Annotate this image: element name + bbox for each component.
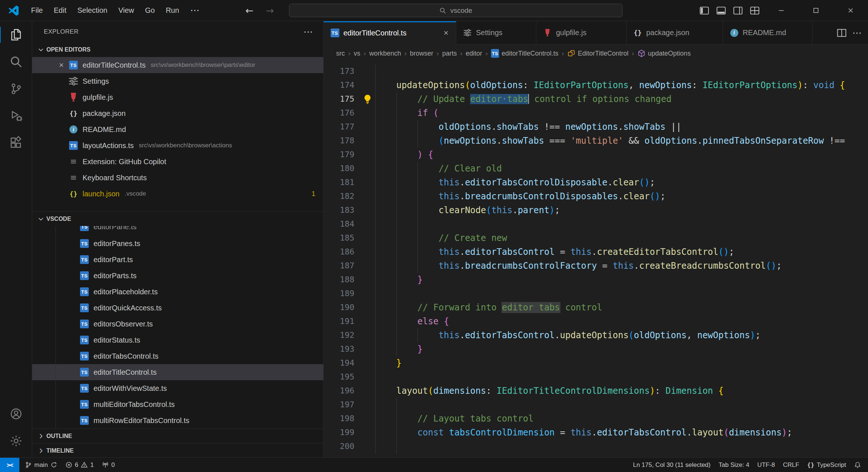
breadcrumb-item[interactable]: workbench xyxy=(369,50,401,57)
code-line[interactable]: 182this.breadcrumbsControlDisposables.cl… xyxy=(324,189,868,203)
open-editor-item[interactable]: iREADME.md xyxy=(32,121,323,137)
code-line[interactable]: 190// Forward into editor tabs control xyxy=(324,301,868,314)
breadcrumb-item[interactable]: editor xyxy=(466,50,482,57)
minimize-button[interactable] xyxy=(764,0,799,21)
code-line[interactable]: 176if ( xyxy=(324,106,868,120)
tab-settings[interactable]: Settings xyxy=(456,21,536,44)
tree-item[interactable]: TSeditorPanes.ts xyxy=(32,235,323,252)
tree-item[interactable]: TSmultiRowEditorTabsControl.ts xyxy=(32,412,323,428)
tree-item[interactable]: TSeditorPart.ts xyxy=(32,252,323,268)
breadcrumb-item[interactable]: parts xyxy=(442,50,457,57)
breadcrumb-item[interactable]: TSeditorTitleControl.ts xyxy=(491,49,558,57)
open-editor-item[interactable]: Settings xyxy=(32,73,323,89)
menu-edit[interactable]: Edit xyxy=(48,6,72,15)
code-line[interactable]: 195 xyxy=(324,370,868,384)
explorer-more-actions-icon[interactable]: ⋯ xyxy=(303,26,314,37)
open-editor-item[interactable]: TSlayoutActions.tssrc\vs\workbench\brows… xyxy=(32,137,323,154)
breadcrumb-item[interactable]: EditorTitleControl xyxy=(567,49,628,57)
activity-accounts[interactable] xyxy=(0,400,32,427)
section-vscode[interactable]: VSCODE xyxy=(32,211,323,226)
code-line[interactable]: 199const tabsControlDimension = this.edi… xyxy=(324,426,868,439)
tree-item[interactable]: TSeditorPane.ts xyxy=(32,226,323,235)
code-line[interactable]: 198// Layout tabs control xyxy=(324,412,868,426)
close-editor-button[interactable] xyxy=(55,58,68,72)
tab-editortitlecontrol-ts[interactable]: TSeditorTitleControl.ts xyxy=(324,21,456,45)
code-line[interactable]: 186this.editorTabsControl = this.createE… xyxy=(324,245,868,259)
code-line[interactable]: 187this.breadcrumbsControlFactory = this… xyxy=(324,259,868,273)
code-line[interactable]: 177oldOptions.showTabs !== newOptions.sh… xyxy=(324,120,868,134)
tree-item[interactable]: TSeditorQuickAccess.ts xyxy=(32,300,323,316)
code-line[interactable]: 175// Update editor·tabs control if opti… xyxy=(324,92,868,106)
back-button[interactable]: ← xyxy=(241,0,258,21)
breadcrumb-item[interactable]: browser xyxy=(410,50,433,57)
menu-view[interactable]: View xyxy=(113,6,140,15)
tree-item[interactable]: TSeditorsObserver.ts xyxy=(32,316,323,332)
code-line[interactable]: 174updateOptions(oldOptions: IEditorPart… xyxy=(324,78,868,92)
breadcrumb-item[interactable]: vs xyxy=(354,50,360,57)
menu-selection[interactable]: Selection xyxy=(72,6,113,15)
more-actions-icon[interactable]: ⋯ xyxy=(852,28,862,38)
notifications[interactable] xyxy=(850,458,865,472)
code-line[interactable]: 185// Create new xyxy=(324,231,868,245)
activity-manage[interactable] xyxy=(0,427,32,454)
remote-indicator[interactable]: >< xyxy=(0,458,19,472)
code-line[interactable]: 173 xyxy=(324,64,868,78)
code-line[interactable]: 196layout(dimensions: IEditorTitleContro… xyxy=(324,384,868,398)
tree-item[interactable]: TSeditorParts.ts xyxy=(32,268,323,284)
code-line[interactable]: 180// Clear old xyxy=(324,162,868,175)
breadcrumb-item[interactable]: updateOptions xyxy=(637,49,691,57)
tab-gulpfile-js[interactable]: gulpfile.js xyxy=(536,21,627,44)
code-line[interactable]: 178(newOptions.showTabs === 'multiple' &… xyxy=(324,134,868,148)
encoding[interactable]: UTF-8 xyxy=(753,458,779,472)
menu-go[interactable]: Go xyxy=(140,6,160,15)
tab-package-json[interactable]: {}package.json xyxy=(627,21,723,44)
code-line[interactable]: 189 xyxy=(324,287,868,301)
code-line[interactable]: 184 xyxy=(324,217,868,231)
cursor-position[interactable]: Ln 175, Col 30 (11 selected) xyxy=(629,458,715,472)
code-line[interactable]: 197 xyxy=(324,398,868,412)
forward-button[interactable]: → xyxy=(262,0,278,21)
section-open-editors[interactable]: OPEN EDITORS xyxy=(32,42,323,57)
open-editor-item[interactable]: ≡Extension: GitHub Copilot xyxy=(32,154,323,170)
tree-item[interactable]: TSeditorTitleControl.ts xyxy=(32,364,323,380)
split-editor-icon[interactable] xyxy=(837,28,847,38)
activity-run-debug[interactable] xyxy=(0,102,32,129)
code-line[interactable]: 181this.editorTabsControlDisposable.clea… xyxy=(324,175,868,189)
code-line[interactable]: 194} xyxy=(324,356,868,370)
breadcrumb-item[interactable]: src xyxy=(336,50,345,57)
tab-readme-md[interactable]: iREADME.md xyxy=(723,21,812,44)
indentation[interactable]: Tab Size: 4 xyxy=(715,458,753,472)
lightbulb-icon[interactable] xyxy=(362,94,373,104)
open-editor-item[interactable]: {}launch.json.vscode1 xyxy=(32,186,323,202)
branch-status[interactable]: main xyxy=(21,458,61,472)
open-editor-item[interactable]: TSeditorTitleControl.tssrc\vs\workbench\… xyxy=(32,57,323,73)
ports-status[interactable]: 0 xyxy=(98,458,119,472)
activity-explorer[interactable] xyxy=(0,21,32,48)
menu-overflow[interactable]: ⋯ xyxy=(184,5,205,15)
close-tab-button[interactable] xyxy=(441,27,452,38)
tree-item[interactable]: TSmultiEditorTabsControl.ts xyxy=(32,396,323,412)
menu-file[interactable]: File xyxy=(26,6,48,15)
code-line[interactable]: 192this.editorTabsControl.updateOptions(… xyxy=(324,328,868,342)
language-mode[interactable]: {}TypeScript xyxy=(803,458,850,472)
maximize-button[interactable] xyxy=(799,0,833,21)
activity-source-control[interactable] xyxy=(0,75,32,102)
code-line[interactable]: 193} xyxy=(324,342,868,356)
open-editor-item[interactable]: {}package.json xyxy=(32,105,323,121)
activity-extensions[interactable] xyxy=(0,129,32,156)
code-line[interactable]: 200 xyxy=(324,439,868,453)
open-editor-item[interactable]: ≡Keyboard Shortcuts xyxy=(32,170,323,186)
section-outline[interactable]: OUTLINE xyxy=(32,428,323,443)
tree-item[interactable]: TSeditorPlaceholder.ts xyxy=(32,284,323,300)
activity-search[interactable] xyxy=(0,48,32,75)
tree-item[interactable]: TSeditorStatus.ts xyxy=(32,332,323,348)
problems-status[interactable]: 61 xyxy=(61,458,98,472)
eol[interactable]: CRLF xyxy=(779,458,803,472)
command-center-search[interactable]: vscode xyxy=(289,4,623,17)
code-line[interactable]: 188} xyxy=(324,273,868,287)
code-line[interactable]: 191else { xyxy=(324,314,868,328)
open-editor-item[interactable]: gulpfile.js xyxy=(32,89,323,105)
code-line[interactable]: 179) { xyxy=(324,148,868,162)
code-line[interactable]: 183clearNode(this.parent); xyxy=(324,203,868,217)
tree-item[interactable]: TSeditorWithViewState.ts xyxy=(32,380,323,396)
